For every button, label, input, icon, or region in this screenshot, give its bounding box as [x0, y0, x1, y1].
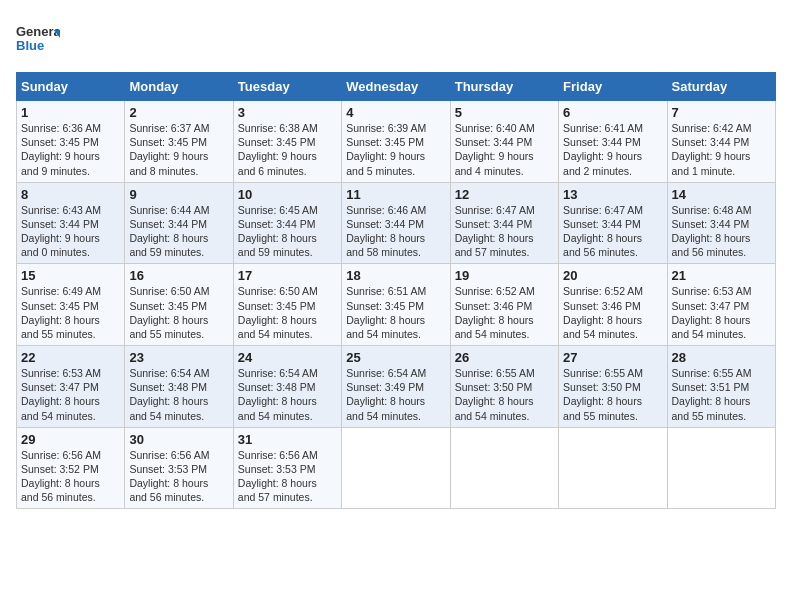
day-number: 5: [455, 105, 554, 120]
calendar-cell: 31Sunrise: 6:56 AM Sunset: 3:53 PM Dayli…: [233, 427, 341, 509]
calendar-cell: [667, 427, 775, 509]
day-number: 4: [346, 105, 445, 120]
calendar-cell: 21Sunrise: 6:53 AM Sunset: 3:47 PM Dayli…: [667, 264, 775, 346]
calendar-cell: [559, 427, 667, 509]
day-info: Sunrise: 6:44 AM Sunset: 3:44 PM Dayligh…: [129, 203, 228, 260]
calendar-cell: 3Sunrise: 6:38 AM Sunset: 3:45 PM Daylig…: [233, 101, 341, 183]
day-info: Sunrise: 6:54 AM Sunset: 3:48 PM Dayligh…: [238, 366, 337, 423]
day-info: Sunrise: 6:36 AM Sunset: 3:45 PM Dayligh…: [21, 121, 120, 178]
logo-icon: General Blue: [16, 16, 60, 60]
day-info: Sunrise: 6:47 AM Sunset: 3:44 PM Dayligh…: [455, 203, 554, 260]
calendar-cell: 18Sunrise: 6:51 AM Sunset: 3:45 PM Dayli…: [342, 264, 450, 346]
day-number: 1: [21, 105, 120, 120]
day-info: Sunrise: 6:37 AM Sunset: 3:45 PM Dayligh…: [129, 121, 228, 178]
day-number: 13: [563, 187, 662, 202]
calendar-week: 22Sunrise: 6:53 AM Sunset: 3:47 PM Dayli…: [17, 346, 776, 428]
calendar-cell: 26Sunrise: 6:55 AM Sunset: 3:50 PM Dayli…: [450, 346, 558, 428]
column-header-tuesday: Tuesday: [233, 73, 341, 101]
calendar-table: SundayMondayTuesdayWednesdayThursdayFrid…: [16, 72, 776, 509]
calendar-week: 29Sunrise: 6:56 AM Sunset: 3:52 PM Dayli…: [17, 427, 776, 509]
calendar-cell: 14Sunrise: 6:48 AM Sunset: 3:44 PM Dayli…: [667, 182, 775, 264]
day-number: 19: [455, 268, 554, 283]
calendar-week: 8Sunrise: 6:43 AM Sunset: 3:44 PM Daylig…: [17, 182, 776, 264]
calendar-cell: 30Sunrise: 6:56 AM Sunset: 3:53 PM Dayli…: [125, 427, 233, 509]
calendar-cell: 11Sunrise: 6:46 AM Sunset: 3:44 PM Dayli…: [342, 182, 450, 264]
day-number: 26: [455, 350, 554, 365]
calendar-week: 15Sunrise: 6:49 AM Sunset: 3:45 PM Dayli…: [17, 264, 776, 346]
day-info: Sunrise: 6:48 AM Sunset: 3:44 PM Dayligh…: [672, 203, 771, 260]
day-number: 29: [21, 432, 120, 447]
day-number: 14: [672, 187, 771, 202]
day-info: Sunrise: 6:38 AM Sunset: 3:45 PM Dayligh…: [238, 121, 337, 178]
calendar-cell: 17Sunrise: 6:50 AM Sunset: 3:45 PM Dayli…: [233, 264, 341, 346]
day-number: 17: [238, 268, 337, 283]
day-info: Sunrise: 6:50 AM Sunset: 3:45 PM Dayligh…: [238, 284, 337, 341]
day-number: 11: [346, 187, 445, 202]
day-info: Sunrise: 6:45 AM Sunset: 3:44 PM Dayligh…: [238, 203, 337, 260]
calendar-cell: 7Sunrise: 6:42 AM Sunset: 3:44 PM Daylig…: [667, 101, 775, 183]
calendar-week: 1Sunrise: 6:36 AM Sunset: 3:45 PM Daylig…: [17, 101, 776, 183]
calendar-cell: 13Sunrise: 6:47 AM Sunset: 3:44 PM Dayli…: [559, 182, 667, 264]
calendar-cell: [342, 427, 450, 509]
day-number: 10: [238, 187, 337, 202]
day-info: Sunrise: 6:41 AM Sunset: 3:44 PM Dayligh…: [563, 121, 662, 178]
day-info: Sunrise: 6:40 AM Sunset: 3:44 PM Dayligh…: [455, 121, 554, 178]
day-number: 3: [238, 105, 337, 120]
day-info: Sunrise: 6:52 AM Sunset: 3:46 PM Dayligh…: [455, 284, 554, 341]
day-info: Sunrise: 6:50 AM Sunset: 3:45 PM Dayligh…: [129, 284, 228, 341]
day-info: Sunrise: 6:52 AM Sunset: 3:46 PM Dayligh…: [563, 284, 662, 341]
day-info: Sunrise: 6:53 AM Sunset: 3:47 PM Dayligh…: [672, 284, 771, 341]
svg-text:General: General: [16, 24, 60, 39]
day-number: 15: [21, 268, 120, 283]
day-number: 9: [129, 187, 228, 202]
day-number: 21: [672, 268, 771, 283]
calendar-cell: 12Sunrise: 6:47 AM Sunset: 3:44 PM Dayli…: [450, 182, 558, 264]
calendar-cell: 28Sunrise: 6:55 AM Sunset: 3:51 PM Dayli…: [667, 346, 775, 428]
calendar-cell: 10Sunrise: 6:45 AM Sunset: 3:44 PM Dayli…: [233, 182, 341, 264]
day-number: 24: [238, 350, 337, 365]
column-header-sunday: Sunday: [17, 73, 125, 101]
column-header-monday: Monday: [125, 73, 233, 101]
day-info: Sunrise: 6:47 AM Sunset: 3:44 PM Dayligh…: [563, 203, 662, 260]
day-info: Sunrise: 6:46 AM Sunset: 3:44 PM Dayligh…: [346, 203, 445, 260]
day-number: 23: [129, 350, 228, 365]
day-info: Sunrise: 6:43 AM Sunset: 3:44 PM Dayligh…: [21, 203, 120, 260]
day-number: 2: [129, 105, 228, 120]
calendar-cell: 22Sunrise: 6:53 AM Sunset: 3:47 PM Dayli…: [17, 346, 125, 428]
day-number: 6: [563, 105, 662, 120]
svg-text:Blue: Blue: [16, 38, 44, 53]
day-number: 8: [21, 187, 120, 202]
day-number: 18: [346, 268, 445, 283]
day-info: Sunrise: 6:42 AM Sunset: 3:44 PM Dayligh…: [672, 121, 771, 178]
column-headers: SundayMondayTuesdayWednesdayThursdayFrid…: [17, 73, 776, 101]
calendar-cell: 16Sunrise: 6:50 AM Sunset: 3:45 PM Dayli…: [125, 264, 233, 346]
day-number: 31: [238, 432, 337, 447]
day-info: Sunrise: 6:54 AM Sunset: 3:48 PM Dayligh…: [129, 366, 228, 423]
day-info: Sunrise: 6:53 AM Sunset: 3:47 PM Dayligh…: [21, 366, 120, 423]
day-info: Sunrise: 6:39 AM Sunset: 3:45 PM Dayligh…: [346, 121, 445, 178]
calendar-cell: 19Sunrise: 6:52 AM Sunset: 3:46 PM Dayli…: [450, 264, 558, 346]
day-info: Sunrise: 6:56 AM Sunset: 3:53 PM Dayligh…: [238, 448, 337, 505]
logo: General Blue: [16, 16, 60, 60]
column-header-friday: Friday: [559, 73, 667, 101]
day-number: 16: [129, 268, 228, 283]
calendar-cell: 20Sunrise: 6:52 AM Sunset: 3:46 PM Dayli…: [559, 264, 667, 346]
day-number: 7: [672, 105, 771, 120]
calendar-cell: 25Sunrise: 6:54 AM Sunset: 3:49 PM Dayli…: [342, 346, 450, 428]
day-info: Sunrise: 6:55 AM Sunset: 3:50 PM Dayligh…: [455, 366, 554, 423]
calendar-cell: 27Sunrise: 6:55 AM Sunset: 3:50 PM Dayli…: [559, 346, 667, 428]
day-info: Sunrise: 6:55 AM Sunset: 3:51 PM Dayligh…: [672, 366, 771, 423]
calendar-cell: 9Sunrise: 6:44 AM Sunset: 3:44 PM Daylig…: [125, 182, 233, 264]
day-info: Sunrise: 6:56 AM Sunset: 3:53 PM Dayligh…: [129, 448, 228, 505]
day-info: Sunrise: 6:54 AM Sunset: 3:49 PM Dayligh…: [346, 366, 445, 423]
day-info: Sunrise: 6:55 AM Sunset: 3:50 PM Dayligh…: [563, 366, 662, 423]
calendar-cell: 29Sunrise: 6:56 AM Sunset: 3:52 PM Dayli…: [17, 427, 125, 509]
calendar-cell: 8Sunrise: 6:43 AM Sunset: 3:44 PM Daylig…: [17, 182, 125, 264]
column-header-thursday: Thursday: [450, 73, 558, 101]
page-header: General Blue: [16, 16, 776, 60]
day-number: 25: [346, 350, 445, 365]
day-info: Sunrise: 6:56 AM Sunset: 3:52 PM Dayligh…: [21, 448, 120, 505]
calendar-cell: 24Sunrise: 6:54 AM Sunset: 3:48 PM Dayli…: [233, 346, 341, 428]
day-info: Sunrise: 6:51 AM Sunset: 3:45 PM Dayligh…: [346, 284, 445, 341]
calendar-cell: 4Sunrise: 6:39 AM Sunset: 3:45 PM Daylig…: [342, 101, 450, 183]
